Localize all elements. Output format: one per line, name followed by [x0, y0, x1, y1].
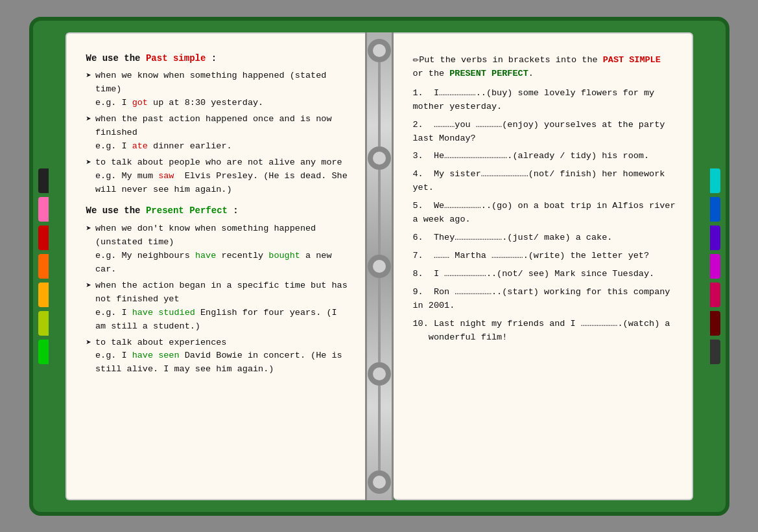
ring-2 — [368, 146, 391, 170]
notebook: We use the Past simple : ➤ when we know … — [29, 17, 729, 516]
past-simple-colon: : — [206, 53, 217, 64]
exercise-item-2: 2. …………you ……………(enjoy) yourselves at th… — [413, 119, 676, 146]
spine — [365, 32, 394, 500]
present-perfect-title: We use the Present Perfect : — [86, 204, 349, 218]
arrow-icon-5: ➤ — [86, 279, 91, 293]
left-tab-6 — [38, 311, 49, 336]
left-tab-2 — [38, 197, 49, 222]
pp-example-3: e.g. I have seen David Bowie in concert.… — [95, 351, 342, 374]
past-simple-prefix: We use the — [86, 53, 146, 64]
exercise-item-10: 10. Last night my friends and I ………………….… — [413, 318, 676, 345]
right-tab-2 — [710, 197, 720, 222]
present-perfect-section: We use the Present Perfect : ➤ when we d… — [86, 204, 349, 376]
pp-bullet-2-text: when the action began in a specific time… — [95, 279, 349, 334]
pp-example-1: e.g. My neighbours have recently bought … — [95, 251, 332, 274]
past-simple-example-1: e.g. I got up at 8:30 yesterday. — [95, 98, 263, 108]
exercise-item-9: 9. Ron …………………..(start) working for this… — [413, 286, 676, 313]
arrow-icon-2: ➤ — [86, 113, 91, 126]
past-simple-bullet-3-text: to talk about people who are not alive a… — [95, 156, 349, 197]
connector-2 — [378, 170, 381, 255]
past-simple-example-3: e.g. My mum saw Elvis Presley. (He is de… — [95, 171, 348, 194]
ring-bottom — [368, 470, 391, 494]
pp-bullet-3: ➤ to talk about experiences e.g. I have … — [86, 336, 349, 377]
right-tab-4 — [710, 254, 720, 279]
pp-example-2: e.g. I have studied English for four yea… — [95, 308, 337, 331]
connector-4 — [378, 386, 381, 470]
right-tab-7 — [710, 340, 720, 364]
pp-bullet-2: ➤ when the action began in a specific ti… — [86, 279, 349, 334]
ring-top — [368, 39, 391, 62]
exercise-item-3: 3. He……………………………….(already / tidy) his r… — [413, 150, 676, 163]
right-tab-1 — [710, 168, 720, 193]
exercise-item-6: 6. They……………………….(just/ make) a cake. — [413, 231, 676, 245]
right-tab-3 — [710, 226, 720, 250]
past-simple-title: We use the Past simple : — [86, 52, 349, 66]
arrow-icon-3: ➤ — [86, 156, 91, 170]
ring-4 — [368, 362, 391, 386]
exercise-list: 1. I…………………..(buy) some lovely flowers f… — [413, 87, 676, 345]
connector-1 — [378, 62, 381, 147]
exercise-item-1: 1. I…………………..(buy) some lovely flowers f… — [413, 87, 676, 114]
arrow-icon-4: ➤ — [86, 222, 91, 236]
left-tab-5 — [38, 283, 49, 307]
pencil-icon: ✏ — [413, 54, 420, 65]
connector-3 — [378, 278, 381, 363]
past-simple-keyword: Past simple — [146, 53, 206, 64]
right-page: ✏Put the verbs in brackets into the PAST… — [394, 32, 693, 500]
book-pages: We use the Past simple : ➤ when we know … — [65, 32, 693, 500]
exercise-item-5: 5. We…………………..(go) on a boat trip in Alf… — [413, 200, 676, 227]
left-tab-1 — [38, 168, 49, 193]
right-tab-6 — [710, 311, 720, 336]
present-perfect-keyword: Present Perfect — [146, 205, 228, 216]
present-perfect-colon: : — [228, 205, 239, 216]
pp-bullet-1-text: when we don't know when something happen… — [95, 222, 349, 277]
past-simple-bullet-2: ➤ when the past action happened once and… — [86, 113, 349, 154]
past-simple-example-2: e.g. I ate dinner earlier. — [95, 141, 232, 151]
past-simple-bullet-1: ➤ when we know when something happened (… — [86, 69, 349, 110]
left-tabs — [38, 168, 49, 364]
past-simple-bullet-3: ➤ to talk about people who are not alive… — [86, 156, 349, 197]
left-tab-7 — [38, 340, 49, 364]
pp-bullet-1: ➤ when we don't know when something happ… — [86, 222, 349, 277]
left-tab-3 — [38, 226, 49, 250]
right-tabs — [710, 168, 720, 364]
pp-bullet-3-text: to talk about experiences e.g. I have se… — [95, 336, 349, 377]
arrow-icon-6: ➤ — [86, 336, 91, 350]
exercise-instruction: ✏Put the verbs in brackets into the PAST… — [413, 52, 676, 80]
past-simple-section: We use the Past simple : ➤ when we know … — [86, 52, 349, 197]
left-page: We use the Past simple : ➤ when we know … — [65, 32, 365, 500]
present-perfect-prefix: We use the — [86, 205, 146, 216]
exercise-item-4: 4. My sister………………………(not/ finish) her h… — [413, 168, 676, 195]
exercise-item-7: 7. ……… Martha ……………….(write) the letter … — [413, 249, 676, 263]
past-simple-bullet-1-text: when we know when something happened (st… — [95, 69, 349, 110]
left-tab-4 — [38, 254, 49, 279]
right-tab-5 — [710, 283, 720, 307]
past-simple-bullet-2-text: when the past action happened once and i… — [95, 113, 349, 154]
arrow-icon-1: ➤ — [86, 69, 91, 83]
ring-3 — [368, 255, 391, 278]
exercise-item-8: 8. I ……………………..(not/ see) Mark since Tue… — [413, 268, 676, 281]
